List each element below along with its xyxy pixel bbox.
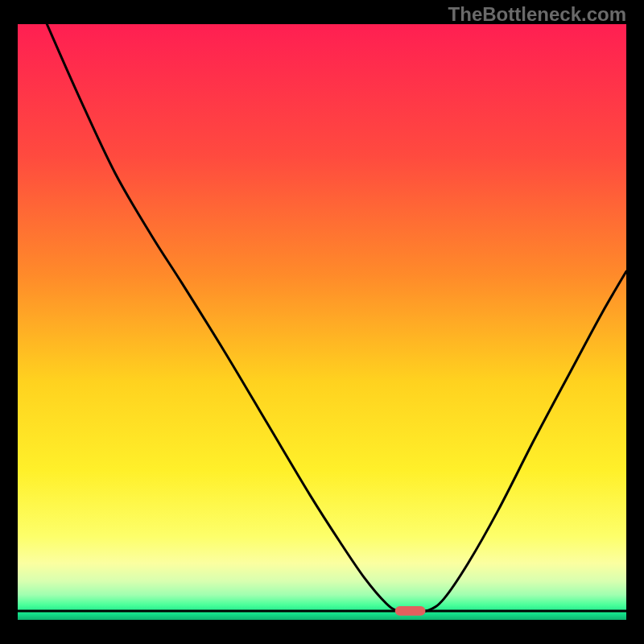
chart-container: TheBottleneck.com	[0, 0, 644, 644]
gradient-background	[18, 24, 626, 620]
optimal-marker	[395, 606, 426, 616]
plot-area	[18, 24, 626, 620]
watermark-text: TheBottleneck.com	[448, 3, 626, 26]
chart-svg	[18, 24, 626, 620]
